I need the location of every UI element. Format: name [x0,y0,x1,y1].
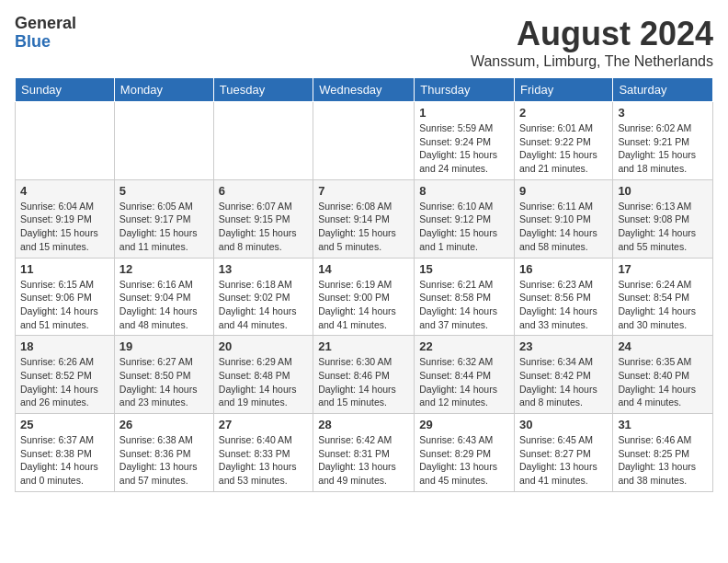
info-line: Sunrise: 6:02 AM [618,121,708,135]
info-line: Daylight: 14 hours and 19 minutes. [219,383,308,409]
day-cell: 14Sunrise: 6:19 AMSunset: 9:00 PMDayligh… [313,258,415,336]
day-cell: 22Sunrise: 6:32 AMSunset: 8:44 PMDayligh… [415,336,515,414]
info-line: Daylight: 15 hours and 18 minutes. [618,148,708,175]
header-day-sunday: Sunday [16,78,115,102]
day-number: 4 [20,184,109,198]
day-number: 8 [419,184,509,198]
day-info: Sunrise: 6:13 AMSunset: 9:08 PMDaylight:… [618,200,708,254]
info-line: Sunrise: 6:38 AM [119,433,209,447]
info-line: Sunrise: 6:24 AM [618,278,708,292]
day-info: Sunrise: 6:01 AMSunset: 9:22 PMDaylight:… [519,121,608,176]
info-line: Daylight: 13 hours and 38 minutes. [618,460,708,487]
header-day-friday: Friday [515,78,613,102]
day-info: Sunrise: 6:30 AMSunset: 8:46 PMDaylight:… [318,355,409,409]
day-number: 17 [618,262,708,276]
day-info: Sunrise: 6:11 AMSunset: 9:10 PMDaylight:… [519,200,608,254]
day-number: 19 [119,339,209,353]
calendar-header: SundayMondayTuesdayWednesdayThursdayFrid… [16,78,713,102]
day-info: Sunrise: 6:18 AMSunset: 9:02 PMDaylight:… [219,278,308,332]
info-line: Daylight: 15 hours and 1 minute. [419,226,509,253]
info-line: Sunrise: 6:18 AM [219,278,308,292]
day-number: 11 [20,262,109,276]
header-day-thursday: Thursday [415,78,515,102]
info-line: Daylight: 15 hours and 21 minutes. [519,148,608,175]
day-cell: 29Sunrise: 6:43 AMSunset: 8:29 PMDayligh… [415,414,515,492]
info-line: Daylight: 14 hours and 37 minutes. [419,304,509,331]
info-line: Sunrise: 6:10 AM [419,200,509,213]
info-line: Sunset: 9:08 PM [618,213,708,226]
info-line: Sunrise: 6:42 AM [318,433,409,447]
day-cell [213,102,313,180]
day-cell: 20Sunrise: 6:29 AMSunset: 8:48 PMDayligh… [213,336,313,414]
week-row-0: 1Sunrise: 5:59 AMSunset: 9:24 PMDaylight… [16,102,713,180]
info-line: Sunrise: 6:23 AM [519,278,608,292]
info-line: Sunrise: 6:19 AM [318,278,409,292]
day-cell: 27Sunrise: 6:40 AMSunset: 8:33 PMDayligh… [213,414,313,492]
info-line: Sunset: 9:15 PM [219,213,308,226]
day-number: 13 [219,262,308,276]
day-cell: 15Sunrise: 6:21 AMSunset: 8:58 PMDayligh… [415,258,515,336]
info-line: Sunrise: 6:43 AM [419,433,509,447]
day-number: 27 [219,418,308,431]
info-line: Daylight: 15 hours and 24 minutes. [419,148,509,175]
week-row-4: 25Sunrise: 6:37 AMSunset: 8:38 PMDayligh… [16,414,713,492]
day-cell: 30Sunrise: 6:45 AMSunset: 8:27 PMDayligh… [515,414,613,492]
day-info: Sunrise: 6:37 AMSunset: 8:38 PMDaylight:… [20,433,109,488]
day-cell [114,102,213,180]
info-line: Daylight: 14 hours and 26 minutes. [20,383,109,409]
info-line: Sunset: 8:38 PM [20,447,109,461]
info-line: Sunrise: 6:26 AM [20,355,109,369]
info-line: Sunset: 8:52 PM [20,369,109,383]
info-line: Daylight: 13 hours and 41 minutes. [519,460,608,487]
info-line: Sunrise: 6:34 AM [519,355,608,369]
info-line: Daylight: 14 hours and 4 minutes. [618,383,708,409]
info-line: Sunset: 8:27 PM [519,447,608,461]
info-line: Sunrise: 6:01 AM [519,121,608,135]
info-line: Daylight: 14 hours and 15 minutes. [318,383,409,409]
header-day-tuesday: Tuesday [213,78,313,102]
week-row-1: 4Sunrise: 6:04 AMSunset: 9:19 PMDaylight… [16,179,713,258]
day-cell: 17Sunrise: 6:24 AMSunset: 8:54 PMDayligh… [613,258,713,336]
day-number: 2 [519,106,608,120]
day-cell: 5Sunrise: 6:05 AMSunset: 9:17 PMDaylight… [114,179,213,258]
info-line: Daylight: 14 hours and 51 minutes. [20,304,109,331]
info-line: Sunrise: 6:15 AM [20,278,109,292]
info-line: Sunset: 8:46 PM [318,369,409,383]
day-info: Sunrise: 6:27 AMSunset: 8:50 PMDaylight:… [119,355,209,409]
info-line: Sunset: 9:24 PM [419,135,509,149]
info-line: Sunset: 8:50 PM [119,369,209,383]
day-cell: 2Sunrise: 6:01 AMSunset: 9:22 PMDaylight… [515,102,613,180]
day-number: 18 [20,339,109,353]
info-line: Sunrise: 6:16 AM [119,278,209,292]
day-info: Sunrise: 6:34 AMSunset: 8:42 PMDaylight:… [519,355,608,409]
info-line: Daylight: 14 hours and 0 minutes. [20,460,109,487]
day-number: 20 [219,339,308,353]
info-line: Daylight: 13 hours and 45 minutes. [419,460,509,487]
info-line: Daylight: 14 hours and 33 minutes. [519,304,608,331]
day-cell [16,102,115,180]
info-line: Sunrise: 6:29 AM [219,355,308,369]
header-day-wednesday: Wednesday [313,78,415,102]
day-number: 21 [318,339,409,353]
day-cell: 24Sunrise: 6:35 AMSunset: 8:40 PMDayligh… [613,336,713,414]
day-info: Sunrise: 6:02 AMSunset: 9:21 PMDaylight:… [618,121,708,176]
info-line: Sunset: 9:02 PM [219,291,308,304]
day-cell: 16Sunrise: 6:23 AMSunset: 8:56 PMDayligh… [515,258,613,336]
day-cell [313,102,415,180]
info-line: Daylight: 14 hours and 48 minutes. [119,304,209,331]
info-line: Sunset: 8:44 PM [419,369,509,383]
info-line: Sunrise: 5:59 AM [419,121,509,135]
day-number: 10 [618,184,708,198]
day-cell: 12Sunrise: 6:16 AMSunset: 9:04 PMDayligh… [114,258,213,336]
info-line: Daylight: 14 hours and 8 minutes. [519,383,608,409]
day-number: 28 [318,418,409,431]
day-info: Sunrise: 6:19 AMSunset: 9:00 PMDaylight:… [318,278,409,332]
day-cell: 26Sunrise: 6:38 AMSunset: 8:36 PMDayligh… [114,414,213,492]
day-info: Sunrise: 6:40 AMSunset: 8:33 PMDaylight:… [219,433,308,488]
day-info: Sunrise: 6:15 AMSunset: 9:06 PMDaylight:… [20,278,109,332]
day-info: Sunrise: 6:45 AMSunset: 8:27 PMDaylight:… [519,433,608,488]
info-line: Sunrise: 6:40 AM [219,433,308,447]
info-line: Sunset: 9:04 PM [119,291,209,304]
day-number: 6 [219,184,308,198]
day-number: 25 [20,418,109,431]
